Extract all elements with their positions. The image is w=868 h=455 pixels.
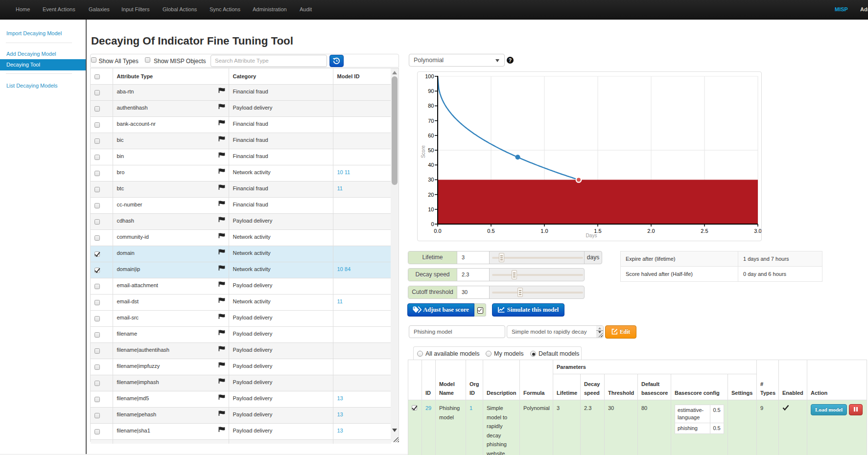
svg-text:3.0: 3.0	[754, 228, 761, 234]
svg-text:0.5: 0.5	[487, 228, 494, 234]
svg-text:50: 50	[428, 147, 434, 153]
svg-text:30: 30	[428, 177, 434, 182]
svg-text:2.5: 2.5	[701, 228, 708, 234]
svg-text:40: 40	[428, 162, 434, 168]
svg-text:70: 70	[428, 118, 434, 124]
svg-text:2.0: 2.0	[647, 228, 655, 234]
svg-text:100: 100	[425, 73, 434, 79]
svg-text:10: 10	[428, 206, 434, 212]
svg-text:1.0: 1.0	[540, 228, 548, 234]
svg-text:0: 0	[431, 221, 434, 227]
svg-text:0.0: 0.0	[434, 228, 441, 234]
svg-text:Score: Score	[421, 145, 426, 159]
svg-text:80: 80	[428, 103, 434, 109]
svg-text:60: 60	[428, 133, 434, 138]
svg-text:20: 20	[428, 192, 434, 198]
svg-text:Days: Days	[586, 233, 597, 238]
svg-text:90: 90	[428, 88, 434, 94]
